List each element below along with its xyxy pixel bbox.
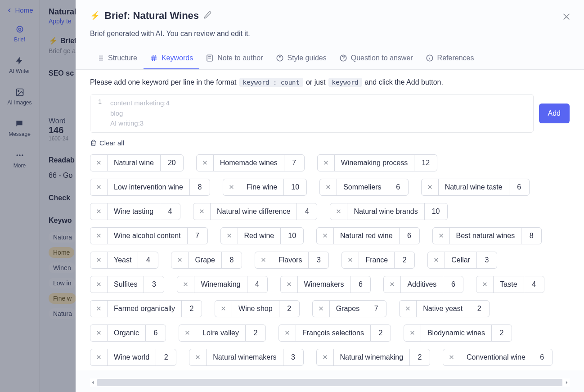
remove-keyword-icon[interactable]	[317, 349, 334, 365]
keyword-label[interactable]: Fine wine	[240, 179, 284, 195]
keyword-count[interactable]: 8	[521, 228, 541, 244]
remove-keyword-icon[interactable]	[223, 179, 240, 195]
keyword-label[interactable]: Best natural wines	[450, 228, 522, 244]
remove-keyword-icon[interactable]	[90, 301, 108, 317]
remove-keyword-icon[interactable]	[279, 325, 296, 341]
keyword-label[interactable]: Natural wine taste	[439, 179, 509, 195]
remove-keyword-icon[interactable]	[193, 203, 211, 220]
keyword-label[interactable]: Natural wine	[108, 155, 161, 171]
remove-keyword-icon[interactable]	[342, 252, 359, 268]
remove-keyword-icon[interactable]	[90, 325, 108, 341]
remove-keyword-icon[interactable]	[90, 228, 108, 244]
keyword-label[interactable]: Winemakers	[298, 276, 351, 293]
remove-keyword-icon[interactable]	[179, 325, 196, 341]
remove-keyword-icon[interactable]	[255, 252, 272, 268]
remove-keyword-icon[interactable]	[281, 276, 298, 293]
close-icon[interactable]	[562, 12, 571, 23]
keyword-count[interactable]: 7	[284, 155, 304, 171]
keyword-count[interactable]: 6	[400, 228, 419, 244]
keyword-count[interactable]: 4	[297, 203, 317, 220]
remove-keyword-icon[interactable]	[400, 301, 417, 317]
keyword-label[interactable]: Red wine	[238, 228, 281, 244]
keyword-count[interactable]: 3	[477, 252, 497, 268]
horizontal-scrollbar[interactable]	[90, 378, 570, 387]
keyword-count[interactable]: 12	[414, 155, 437, 171]
keyword-count[interactable]: 6	[350, 276, 370, 293]
keyword-label[interactable]: Wine shop	[232, 301, 279, 317]
keyword-count[interactable]: 4	[138, 252, 158, 268]
keyword-label[interactable]: France	[359, 252, 395, 268]
keyword-count[interactable]: 6	[509, 179, 529, 195]
keyword-label[interactable]: Natural winemaking	[334, 349, 410, 365]
keyword-count[interactable]: 10	[281, 228, 303, 244]
keyword-label[interactable]: Low intervention wine	[108, 179, 190, 195]
keyword-label[interactable]: Flavors	[272, 252, 309, 268]
keyword-label[interactable]: Wine alcohol content	[108, 228, 188, 244]
keyword-count[interactable]: 6	[443, 276, 463, 293]
keyword-count[interactable]: 2	[246, 325, 265, 341]
remove-keyword-icon[interactable]	[189, 349, 207, 365]
keyword-label[interactable]: Natural winemakers	[207, 349, 283, 365]
keyword-label[interactable]: Organic	[108, 325, 146, 341]
remove-keyword-icon[interactable]	[476, 276, 494, 293]
keyword-count[interactable]: 20	[161, 155, 183, 171]
remove-keyword-icon[interactable]	[320, 179, 337, 195]
keyword-count[interactable]: 2	[395, 252, 414, 268]
remove-keyword-icon[interactable]	[330, 203, 347, 220]
keyword-count[interactable]: 2	[182, 301, 202, 317]
keyword-count[interactable]: 10	[284, 179, 306, 195]
keyword-label[interactable]: Additives	[401, 276, 443, 293]
keyword-label[interactable]: Farmed organically	[108, 301, 182, 317]
remove-keyword-icon[interactable]	[197, 155, 214, 171]
keyword-label[interactable]: Taste	[494, 276, 524, 293]
remove-keyword-icon[interactable]	[318, 155, 335, 171]
tab-style[interactable]: Style guides	[270, 49, 333, 69]
tab-keywords[interactable]: Keywords	[144, 49, 199, 69]
keyword-label[interactable]: Winemaking process	[335, 155, 415, 171]
keyword-count[interactable]: 2	[492, 325, 512, 341]
remove-keyword-icon[interactable]	[317, 228, 334, 244]
keyword-label[interactable]: Sulfites	[108, 276, 144, 293]
remove-keyword-icon[interactable]	[90, 252, 108, 268]
keyword-count[interactable]: 4	[160, 203, 180, 220]
remove-keyword-icon[interactable]	[422, 179, 439, 195]
keyword-count[interactable]: 8	[190, 179, 210, 195]
remove-keyword-icon[interactable]	[90, 349, 108, 365]
remove-keyword-icon[interactable]	[177, 276, 194, 293]
remove-keyword-icon[interactable]	[404, 325, 421, 341]
keyword-count[interactable]: 3	[309, 252, 328, 268]
remove-keyword-icon[interactable]	[90, 276, 108, 293]
remove-keyword-icon[interactable]	[443, 349, 460, 365]
keyword-count[interactable]: 6	[146, 325, 166, 341]
keyword-label[interactable]: Sommeliers	[337, 179, 388, 195]
keyword-count[interactable]: 2	[371, 325, 391, 341]
keyword-label[interactable]: Natural red wine	[334, 228, 400, 244]
remove-keyword-icon[interactable]	[221, 228, 238, 244]
keyword-label[interactable]: Cellar	[445, 252, 477, 268]
clear-all-button[interactable]: Clear all	[90, 139, 124, 147]
tab-structure[interactable]: Structure	[90, 49, 144, 69]
edit-icon[interactable]	[203, 11, 211, 21]
keyword-count[interactable]: 4	[524, 276, 544, 293]
keyword-count[interactable]: 7	[188, 228, 207, 244]
keyword-count[interactable]: 2	[156, 349, 176, 365]
keyword-label[interactable]: Native yeast	[417, 301, 469, 317]
keyword-editor[interactable]: 1 content marketing:4 blog AI writing:3	[90, 94, 534, 133]
scroll-thumb[interactable]	[97, 379, 562, 386]
keyword-label[interactable]: Conventional wine	[460, 349, 532, 365]
keyword-label[interactable]: Winemaking	[194, 276, 247, 293]
keyword-label[interactable]: Yeast	[108, 252, 138, 268]
tab-note[interactable]: Note to author	[199, 49, 269, 69]
keyword-label[interactable]: François selections	[296, 325, 371, 341]
scroll-left-icon[interactable]	[90, 379, 96, 386]
keyword-count[interactable]: 2	[279, 301, 299, 317]
remove-keyword-icon[interactable]	[433, 228, 450, 244]
remove-keyword-icon[interactable]	[215, 301, 232, 317]
keyword-count[interactable]: 4	[247, 276, 267, 293]
keyword-count[interactable]: 6	[388, 179, 408, 195]
keyword-label[interactable]: Natural wine difference	[211, 203, 297, 220]
keyword-label[interactable]: Grape	[189, 252, 221, 268]
keyword-count[interactable]: 7	[366, 301, 386, 317]
remove-keyword-icon[interactable]	[428, 252, 445, 268]
keyword-count[interactable]: 2	[410, 349, 430, 365]
